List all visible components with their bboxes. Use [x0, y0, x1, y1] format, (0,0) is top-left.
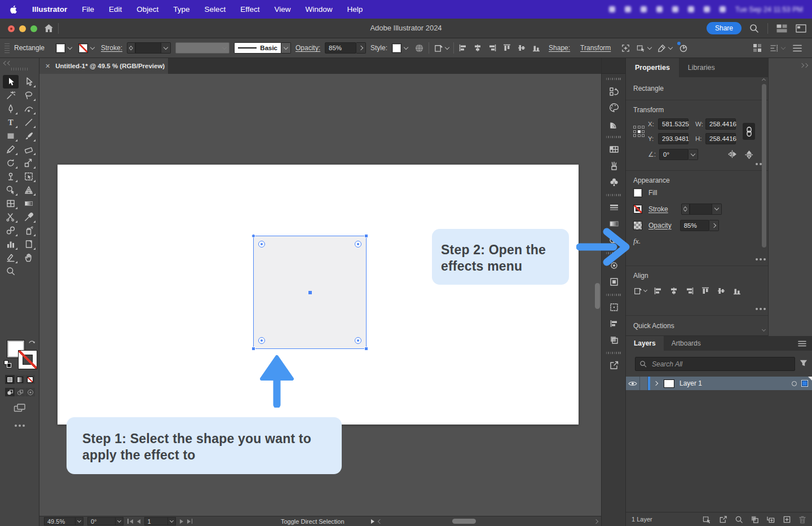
document-tab[interactable]: ✕ Untitled-1* @ 49.5 % (RGB/Preview): [39, 58, 168, 74]
color-guide-icon[interactable]: [602, 116, 626, 132]
select-similar-icon[interactable]: [621, 43, 630, 53]
graphic-style-control[interactable]: [392, 43, 410, 53]
chevron-down-icon[interactable]: [168, 517, 176, 525]
search-input[interactable]: [651, 360, 791, 369]
align-bottom-icon[interactable]: [732, 286, 742, 295]
pencil-tool[interactable]: [3, 143, 19, 156]
rotation-field[interactable]: 0°: [87, 517, 116, 525]
artboard-number-field[interactable]: 1: [144, 517, 168, 525]
dock-grip[interactable]: [606, 194, 621, 196]
mesh-tool[interactable]: [3, 197, 19, 210]
isolate-object-control[interactable]: [636, 43, 651, 53]
menu-effect[interactable]: Effect: [240, 5, 259, 14]
align-top-icon[interactable]: [701, 286, 710, 295]
align-right-icon[interactable]: [488, 43, 497, 52]
menu-view[interactable]: View: [274, 5, 290, 14]
corner-radius-widget[interactable]: [355, 337, 361, 344]
lock-column[interactable]: [640, 377, 648, 390]
new-sublayer-icon[interactable]: [766, 515, 775, 524]
stroke-none-swatch[interactable]: [78, 43, 88, 53]
lasso-tool[interactable]: [21, 89, 37, 102]
layer-thumbnail[interactable]: [664, 379, 674, 388]
brush-definition-control[interactable]: Basic: [234, 42, 291, 54]
transform-more-options-icon[interactable]: [756, 163, 758, 165]
opacity-label[interactable]: Opacity: [648, 222, 672, 229]
h-field[interactable]: 258.4416: [705, 133, 736, 144]
first-artboard-icon[interactable]: [127, 519, 133, 524]
tab-artboards[interactable]: Artboards: [664, 336, 709, 351]
stroke-label[interactable]: Stroke: [648, 205, 668, 213]
next-artboard-icon[interactable]: [180, 519, 183, 524]
corner-radius-widget[interactable]: [258, 337, 265, 344]
previous-artboard-icon[interactable]: [137, 519, 140, 524]
scissors-tool[interactable]: [3, 210, 19, 224]
rotation-select[interactable]: 0°: [659, 149, 689, 160]
drag-grip[interactable]: [5, 43, 10, 53]
align-center-icon[interactable]: [473, 43, 482, 52]
layer-row[interactable]: Layer 1: [626, 377, 812, 390]
document-setup-globe-icon[interactable]: [414, 43, 424, 53]
align-to-selection-control[interactable]: [434, 43, 449, 53]
swatches-icon[interactable]: [602, 141, 626, 157]
share-button[interactable]: Share: [707, 22, 742, 34]
chevron-down-icon[interactable]: [116, 517, 123, 525]
collapse-panel-icon[interactable]: [800, 64, 807, 67]
opacity-field[interactable]: 85%: [680, 220, 709, 231]
none-button[interactable]: [25, 375, 35, 384]
chevron-down-icon[interactable]: [161, 42, 171, 54]
selected-rectangle[interactable]: [253, 236, 367, 349]
collapse-toolbar-icon[interactable]: [4, 61, 11, 65]
chevron-down-icon[interactable]: [88, 43, 96, 53]
last-artboard-icon[interactable]: [187, 519, 193, 524]
tab-layers[interactable]: Layers: [626, 336, 664, 351]
dock-grip[interactable]: [606, 352, 621, 354]
gradient-button[interactable]: [15, 375, 25, 384]
swap-fill-stroke-icon[interactable]: [28, 339, 36, 346]
link-dimensions-button[interactable]: [743, 123, 755, 140]
canvas[interactable]: Step 1: Select the shape you want to app…: [39, 74, 601, 516]
menu-edit[interactable]: Edit: [109, 5, 122, 14]
align-bottom-icon[interactable]: [532, 43, 541, 52]
curvature-tool[interactable]: [21, 102, 37, 116]
apple-menu-icon[interactable]: [9, 5, 17, 15]
fill-swatch[interactable]: [633, 188, 642, 197]
toolbar-more-icon[interactable]: [15, 425, 17, 427]
align-middle-icon[interactable]: [517, 43, 526, 52]
panel-menu-icon[interactable]: [793, 45, 802, 52]
shape-link-label[interactable]: Shape:: [549, 44, 570, 52]
tab-libraries[interactable]: Libraries: [679, 58, 724, 77]
chevron-down-icon[interactable]: [712, 204, 722, 215]
dock-grip[interactable]: [606, 78, 621, 80]
chevron-down-icon[interactable]: [689, 149, 698, 160]
chevron-down-icon[interactable]: [401, 43, 410, 53]
layers-panel-menu-icon[interactable]: [798, 341, 806, 347]
export-icon[interactable]: [602, 357, 626, 373]
workspace-switcher-control[interactable]: [770, 44, 785, 52]
stroke-weight-stepper[interactable]: [681, 204, 690, 215]
workspace-layout-icon[interactable]: [776, 24, 787, 33]
magnifier-icon[interactable]: [735, 515, 743, 524]
color-palette-icon[interactable]: [602, 99, 626, 116]
stroke-icon[interactable]: [602, 199, 626, 215]
stroke-color-control[interactable]: [78, 43, 96, 53]
rectangle-tool[interactable]: [3, 129, 19, 143]
fill-label[interactable]: Fill: [648, 189, 657, 197]
filter-icon[interactable]: [799, 359, 808, 367]
align-right-icon[interactable]: [685, 286, 694, 295]
gradient-tool[interactable]: [21, 197, 37, 210]
hand-tool[interactable]: [21, 251, 37, 264]
transform-link-label[interactable]: Transform: [580, 44, 611, 52]
corner-handle[interactable]: [251, 347, 255, 351]
layers-search-field[interactable]: [635, 357, 795, 371]
menu-file[interactable]: File: [82, 5, 94, 14]
style-swatch[interactable]: [392, 43, 401, 53]
menu-object[interactable]: Object: [136, 5, 158, 14]
w-field[interactable]: 258.4416: [705, 118, 736, 130]
align-more-options-icon[interactable]: [756, 308, 758, 310]
scroll-right-icon[interactable]: [594, 519, 598, 524]
arrow-out-box-icon[interactable]: [719, 515, 727, 524]
width-tool[interactable]: [3, 170, 19, 183]
free-transform-tool[interactable]: [21, 170, 37, 183]
corner-radius-widget[interactable]: [258, 241, 265, 247]
canvas-horizontal-scrollbar[interactable]: [452, 519, 476, 524]
